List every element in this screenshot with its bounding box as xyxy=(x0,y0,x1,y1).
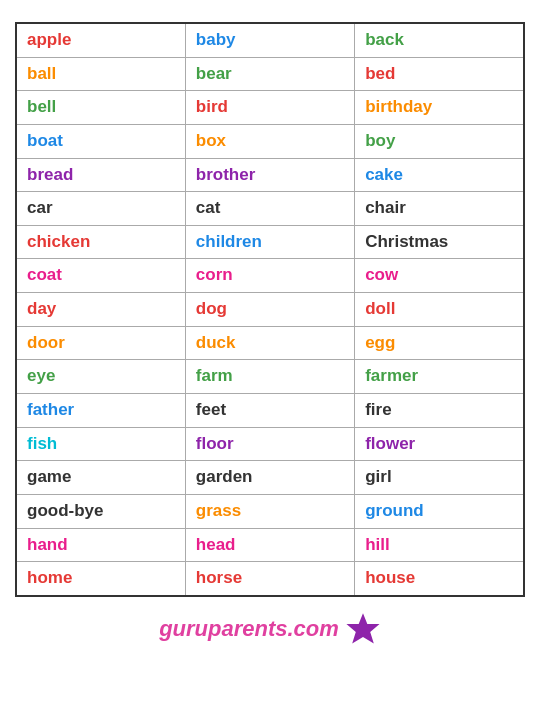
word-cell: feet xyxy=(185,394,354,428)
word-cell: box xyxy=(185,124,354,158)
word-cell: eye xyxy=(16,360,185,394)
word-cell: girl xyxy=(355,461,524,495)
word-cell: corn xyxy=(185,259,354,293)
word-cell: car xyxy=(16,192,185,226)
word-cell: home xyxy=(16,562,185,596)
word-cell: cow xyxy=(355,259,524,293)
word-cell: farm xyxy=(185,360,354,394)
word-cell: birthday xyxy=(355,91,524,125)
word-cell: father xyxy=(16,394,185,428)
word-cell: ball xyxy=(16,57,185,91)
word-cell: bread xyxy=(16,158,185,192)
word-cell: good-bye xyxy=(16,494,185,528)
word-cell: floor xyxy=(185,427,354,461)
word-cell: fish xyxy=(16,427,185,461)
star-icon xyxy=(345,611,381,647)
word-cell: cake xyxy=(355,158,524,192)
word-cell: bell xyxy=(16,91,185,125)
word-cell: bear xyxy=(185,57,354,91)
footer: guruparents.com xyxy=(159,611,381,647)
word-cell: cat xyxy=(185,192,354,226)
word-cell: ground xyxy=(355,494,524,528)
word-cell: garden xyxy=(185,461,354,495)
word-cell: hand xyxy=(16,528,185,562)
word-cell: coat xyxy=(16,259,185,293)
word-cell: day xyxy=(16,293,185,327)
word-cell: bird xyxy=(185,91,354,125)
word-cell: door xyxy=(16,326,185,360)
word-cell: apple xyxy=(16,23,185,57)
word-cell: boy xyxy=(355,124,524,158)
word-cell: head xyxy=(185,528,354,562)
footer-text: guruparents.com xyxy=(159,616,339,642)
word-table: applebabybackballbearbedbellbirdbirthday… xyxy=(15,22,525,597)
word-cell: game xyxy=(16,461,185,495)
word-cell: bed xyxy=(355,57,524,91)
word-cell: flower xyxy=(355,427,524,461)
word-cell: fire xyxy=(355,394,524,428)
word-cell: children xyxy=(185,225,354,259)
footer-suffix: .com xyxy=(288,616,339,641)
word-cell: dog xyxy=(185,293,354,327)
svg-marker-0 xyxy=(346,613,379,643)
word-cell: house xyxy=(355,562,524,596)
word-cell: grass xyxy=(185,494,354,528)
word-cell: back xyxy=(355,23,524,57)
word-cell: egg xyxy=(355,326,524,360)
footer-main: guruparents xyxy=(159,616,287,641)
word-cell: brother xyxy=(185,158,354,192)
word-cell: doll xyxy=(355,293,524,327)
word-cell: boat xyxy=(16,124,185,158)
word-cell: duck xyxy=(185,326,354,360)
word-cell: horse xyxy=(185,562,354,596)
word-cell: hill xyxy=(355,528,524,562)
word-cell: chicken xyxy=(16,225,185,259)
word-cell: farmer xyxy=(355,360,524,394)
word-cell: chair xyxy=(355,192,524,226)
word-cell: Christmas xyxy=(355,225,524,259)
word-cell: baby xyxy=(185,23,354,57)
